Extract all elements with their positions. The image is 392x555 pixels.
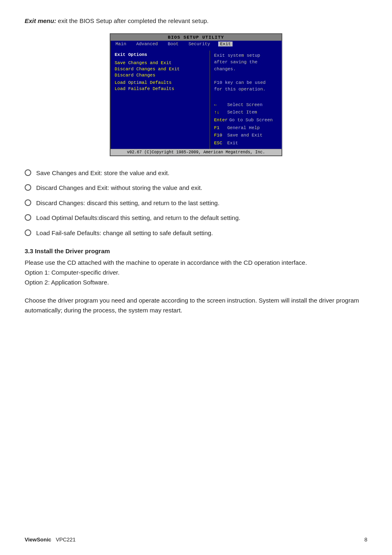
list-item: Save Changes and Exit: store the value a… xyxy=(25,169,367,178)
bios-key-esc: ESC xyxy=(214,139,226,147)
list-item-text: Load Optimal Defaults:discard this setti… xyxy=(36,213,240,223)
bios-key-row-enter: Enter Go to Sub Screen xyxy=(214,116,277,124)
section-33-heading: 3.3 Install the Driver program xyxy=(25,247,367,254)
bios-menu-security: Security xyxy=(187,42,212,46)
intro-text: exit the BIOS Setup after completed the … xyxy=(56,17,209,24)
bios-option-4: Load Optimal Defaults xyxy=(115,80,205,85)
footer-page: 8 xyxy=(364,536,367,543)
intro-paragraph: Exit menu: exit the BIOS Setup after com… xyxy=(25,16,367,26)
list-item-text: Discard Changes and Exit: without storin… xyxy=(36,183,202,193)
bios-key-row-select-item: ↑↓ Select Item xyxy=(214,109,277,116)
bios-footer: v02.67 (C)Copyright 1985-2009, American … xyxy=(111,149,281,155)
list-item: Load Optimal Defaults:discard this setti… xyxy=(25,213,367,223)
bios-menu-bar: Main Advanced Boot Security Exit xyxy=(111,41,281,47)
bios-option-2: Discard Changes and Exit xyxy=(115,67,205,72)
bios-key-arrow: ← xyxy=(214,101,226,109)
bios-section-title: Exit Options xyxy=(115,52,205,57)
footer-model: VPC221 xyxy=(56,536,76,543)
bios-key-updown: ↑↓ xyxy=(214,109,226,116)
bios-body: Exit Options Save Changes and Exit Disca… xyxy=(111,47,281,149)
bios-title-bar: BIOS SETUP UTILITY xyxy=(111,34,281,41)
section-33: 3.3 Install the Driver program Please us… xyxy=(25,247,367,315)
bios-key-esc-label: Exit xyxy=(227,139,238,147)
bios-key-enter: Enter xyxy=(214,116,228,124)
bios-option-1: Save Changes and Exit xyxy=(115,60,205,65)
bios-key-f1: F1 xyxy=(214,124,226,132)
bios-option-5: Load Failsafe Defaults xyxy=(115,86,205,91)
bios-key-row-f1: F1 General Help xyxy=(214,124,277,132)
bullet-icon xyxy=(25,229,31,236)
bios-key-row-f10: F10 Save and Exit xyxy=(214,132,277,139)
bios-key-f10-label: Save and Exit xyxy=(227,132,263,139)
list-item: Discard Changes: discard this setting, a… xyxy=(25,199,367,208)
bios-key-f10: F10 xyxy=(214,132,226,139)
bios-key-select-screen-label: Select Screen xyxy=(227,101,263,109)
intro-bold: Exit menu: xyxy=(25,17,56,24)
bios-key-row-select-screen: ← Select Screen xyxy=(214,101,277,109)
bios-left-panel: Exit Options Save Changes and Exit Disca… xyxy=(111,51,210,149)
section-33-para1: Please use the CD attached with the mach… xyxy=(25,258,367,287)
section-33-para2: Choose the driver program you need and o… xyxy=(25,296,367,315)
bullet-list: Save Changes and Exit: store the value a… xyxy=(25,169,367,238)
list-item-text: Discard Changes: discard this setting, a… xyxy=(36,199,219,208)
bios-screenshot: BIOS SETUP UTILITY Main Advanced Boot Se… xyxy=(110,33,282,156)
footer-brand-model: ViewSonic VPC221 xyxy=(25,536,76,543)
list-item: Load Fail-safe Defaults: change all sett… xyxy=(25,229,367,238)
bios-menu-boot: Boot xyxy=(166,42,180,46)
bullet-icon xyxy=(25,184,31,191)
bullet-icon xyxy=(25,199,31,206)
bios-menu-advanced: Advanced xyxy=(134,42,159,46)
bios-help-text: Exit system setup after saving the chang… xyxy=(214,52,277,93)
bios-keys: ← Select Screen ↑↓ Select Item Enter Go … xyxy=(214,101,277,147)
list-item: Discard Changes and Exit: without storin… xyxy=(25,183,367,193)
bullet-icon xyxy=(25,214,31,221)
bios-option-3: Discard Changes xyxy=(115,73,205,78)
bios-right-panel: Exit system setup after saving the chang… xyxy=(210,51,281,149)
footer-brand: ViewSonic xyxy=(25,536,51,543)
bios-key-f1-label: General Help xyxy=(227,124,260,132)
list-item-text: Save Changes and Exit: store the value a… xyxy=(36,169,169,178)
bios-menu-main: Main xyxy=(114,42,128,46)
bios-menu-exit: Exit xyxy=(218,42,232,46)
bios-key-enter-label: Go to Sub Screen xyxy=(229,116,273,124)
bios-key-row-esc: ESC Exit xyxy=(214,139,277,147)
page-footer: ViewSonic VPC221 8 xyxy=(25,536,367,543)
list-item-text: Load Fail-safe Defaults: change all sett… xyxy=(36,229,213,238)
bios-key-select-item-label: Select Item xyxy=(227,109,257,116)
bullet-icon xyxy=(25,169,31,176)
